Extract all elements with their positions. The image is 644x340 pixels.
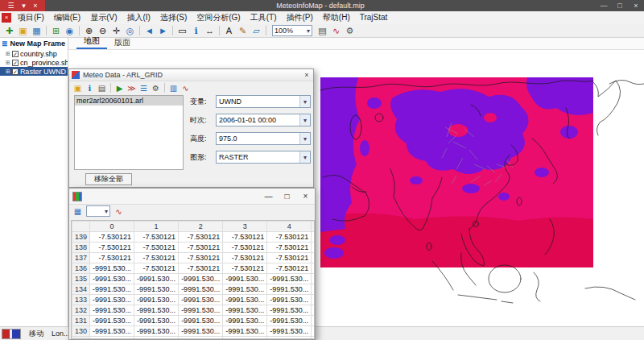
table-cell[interactable]: -7.530121 xyxy=(312,263,315,274)
toc-layer-2[interactable]: ⊞✓Raster UWND 975.0 2... xyxy=(0,67,68,76)
variable-select[interactable]: UWND▾ xyxy=(216,95,311,108)
table-cell[interactable]: -9991.530... xyxy=(134,326,179,337)
window-maximize-button[interactable]: □ xyxy=(612,0,628,11)
row-header[interactable]: 139 xyxy=(72,232,90,243)
draw-pencil-icon[interactable]: ✎ xyxy=(236,25,250,37)
window-close-button[interactable]: × xyxy=(628,0,644,11)
table-toolbar-select[interactable]: ▾ xyxy=(86,205,110,217)
table-cell[interactable]: -7.530121 xyxy=(312,253,315,263)
table-cell[interactable]: -9991.530... xyxy=(223,284,267,295)
plot-type-select[interactable]: RASTER▾ xyxy=(216,151,311,164)
table-cell[interactable]: -7.530121 xyxy=(312,232,315,243)
animate-icon[interactable]: ≫ xyxy=(126,82,138,93)
map-frame-node[interactable]: ≣ New Map Frame xyxy=(0,38,68,49)
table-dialog-titlebar[interactable]: — □ × xyxy=(69,189,315,205)
table-cell[interactable]: -7.530121 xyxy=(134,232,179,243)
table-cell[interactable]: -9991.530... xyxy=(267,295,312,305)
menu-item-8[interactable]: 帮助(H) xyxy=(318,11,355,24)
table-cell[interactable]: -9991.530... xyxy=(179,326,223,337)
table-cell[interactable]: -9991.530... xyxy=(223,316,267,326)
open-project-icon[interactable]: ▣ xyxy=(16,25,30,37)
table-cell[interactable]: -7.530121 xyxy=(179,243,223,253)
add-frame-icon[interactable]: ✚ xyxy=(2,25,16,37)
pan-icon[interactable]: ✛ xyxy=(109,25,123,37)
table-cell[interactable]: -7.530121 xyxy=(134,263,179,274)
save-table-icon[interactable]: ▦ xyxy=(72,205,84,217)
table-cell[interactable]: -7.530121 xyxy=(179,263,223,274)
menu-item-7[interactable]: 插件(P) xyxy=(282,11,318,24)
column-header-4[interactable]: 4 xyxy=(267,222,312,232)
level-select[interactable]: 975.0▾ xyxy=(216,132,311,145)
table-cell[interactable]: -9991.530... xyxy=(312,284,315,295)
meteo-dialog-close-button[interactable]: × xyxy=(300,71,313,79)
table-cell[interactable]: -9991.530... xyxy=(90,284,134,295)
table-cell[interactable]: -9991.530... xyxy=(134,337,179,340)
table-cell[interactable]: -9991.530... xyxy=(90,295,134,305)
data-grid-container[interactable]: 012345139-7.530121-7.530121-7.530121-7.5… xyxy=(71,220,315,339)
table-cell[interactable]: -9991.530... xyxy=(134,274,179,284)
expand-icon[interactable]: ⊞ xyxy=(6,60,10,66)
table-cell[interactable]: -9991.530... xyxy=(267,284,312,295)
row-header[interactable]: 135 xyxy=(72,274,90,284)
table-cell[interactable]: -9991.530... xyxy=(267,274,312,284)
table-cell[interactable]: -9991.530... xyxy=(267,316,312,326)
table-cell[interactable]: -9991.530... xyxy=(179,274,223,284)
row-header[interactable]: 137 xyxy=(72,253,90,263)
row-header[interactable]: 132 xyxy=(72,305,90,316)
table-cell[interactable]: -9991.530... xyxy=(90,326,134,337)
table-cell[interactable]: -9991.530... xyxy=(179,337,223,340)
label-text-icon[interactable]: A xyxy=(222,25,236,37)
row-header[interactable]: 130 xyxy=(72,326,90,337)
menu-item-9[interactable]: TrajStat xyxy=(355,11,393,24)
table-cell[interactable]: -9991.530... xyxy=(179,316,223,326)
table-cell[interactable]: -9991.530... xyxy=(312,326,315,337)
identify-icon[interactable]: ℹ xyxy=(189,25,203,37)
table-cell[interactable]: -7.530121 xyxy=(267,232,312,243)
toc-layer-0[interactable]: ⊞✓country.shp xyxy=(0,49,68,58)
table-cell[interactable]: -9991.530... xyxy=(90,274,134,284)
add-layer-icon[interactable]: ⊞ xyxy=(49,25,63,37)
expand-icon[interactable]: ⊞ xyxy=(6,51,10,57)
table-cell[interactable]: -9991.530... xyxy=(312,337,315,340)
row-header[interactable]: 134 xyxy=(72,284,90,295)
settings-icon[interactable]: ⚙ xyxy=(343,25,357,37)
open-data-icon[interactable]: ▣ xyxy=(72,82,84,93)
layer-checkbox[interactable]: ✓ xyxy=(12,68,19,75)
table-cell[interactable]: -9991.530... xyxy=(223,337,267,340)
time-select[interactable]: 2006-01-01 00:00▾ xyxy=(216,114,311,126)
table-cell[interactable]: -9991.530... xyxy=(312,274,315,284)
row-header[interactable]: 138 xyxy=(72,243,90,253)
tab-map[interactable]: 地图 xyxy=(76,35,107,49)
add-web-layer-icon[interactable]: ◉ xyxy=(63,25,76,37)
table-cell[interactable]: -7.530121 xyxy=(223,243,267,253)
table-chart-icon[interactable]: ∿ xyxy=(113,205,125,217)
overlay-collapse-icon[interactable]: ▾ xyxy=(22,2,26,10)
table-cell[interactable]: -7.530121 xyxy=(90,232,134,243)
table-minimize-button[interactable]: — xyxy=(259,189,278,205)
table-cell[interactable]: -7.530121 xyxy=(312,243,315,253)
table-cell[interactable]: -9991.530... xyxy=(223,295,267,305)
table-cell[interactable]: -9991.530... xyxy=(90,305,134,316)
table-cell[interactable]: -9991.530... xyxy=(134,284,179,295)
save-project-icon[interactable]: ▦ xyxy=(30,25,43,37)
table-cell[interactable]: -7.530121 xyxy=(90,253,134,263)
column-header-5[interactable]: 5 xyxy=(312,222,315,232)
zoom-level-select[interactable]: 100% ▾ xyxy=(272,25,312,36)
table-cell[interactable]: -7.530121 xyxy=(223,232,267,243)
menu-item-5[interactable]: 空间分析(G) xyxy=(192,11,245,24)
file-item[interactable]: mer2arl20060101.arl xyxy=(75,96,183,106)
menu-item-4[interactable]: 选择(S) xyxy=(155,11,192,24)
table-cell[interactable]: -9991.530... xyxy=(223,326,267,337)
meteo-dialog-titlebar[interactable]: Meteo Data - ARL_GRID × xyxy=(69,69,313,81)
table-cell[interactable]: -9991.530... xyxy=(223,274,267,284)
table-cell[interactable]: -9991.530... xyxy=(134,295,179,305)
table-cell[interactable]: -7.530121 xyxy=(267,243,312,253)
row-header[interactable]: 133 xyxy=(72,295,90,305)
layer-checkbox[interactable]: ✓ xyxy=(12,60,19,66)
data-info-icon[interactable]: ℹ xyxy=(84,82,96,93)
table-cell[interactable]: -9991.530... xyxy=(312,305,315,316)
column-header-1[interactable]: 1 xyxy=(134,222,179,232)
toc-layer-1[interactable]: ⊞✓cn_province.shp xyxy=(0,58,68,67)
column-header-0[interactable]: 0 xyxy=(90,222,134,232)
zoom-previous-icon[interactable]: ◄ xyxy=(142,25,156,37)
